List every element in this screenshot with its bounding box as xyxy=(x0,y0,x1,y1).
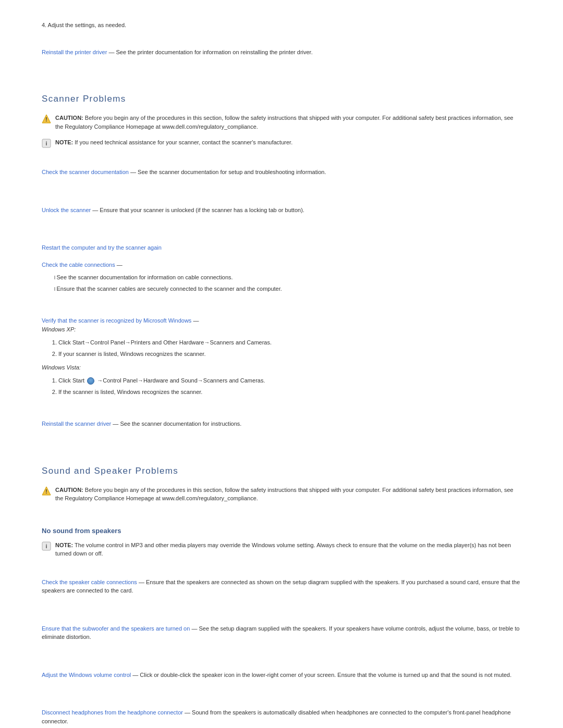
unlock-scanner-link[interactable]: Unlock the scanner xyxy=(42,207,91,213)
windows-vista-label: Windows Vista: xyxy=(42,364,81,371)
step4-item: 4. Adjust the settings, as needed. xyxy=(42,21,521,30)
reinstall-printer-text: See the printer documentation for inform… xyxy=(116,49,312,55)
check-cable-bullet-2: Ensure that the scanner cables are secur… xyxy=(54,285,521,294)
ensure-subwoofer-link[interactable]: Ensure that the subwoofer and the speake… xyxy=(42,625,190,632)
sound-caution-box: ! CAUTION: Before you begin any of the p… xyxy=(42,486,521,503)
windows-vista-steps: Click Start →Control Panel→Hardware and … xyxy=(58,376,521,397)
check-speaker-cable-line: Check the speaker cable connections — En… xyxy=(42,578,521,595)
sound-section-heading: Sound and Speaker Problems xyxy=(42,466,521,476)
sound-note-content: The volume control in MP3 and other medi… xyxy=(55,542,511,557)
adjust-volume-line: Adjust the Windows volume control — Clic… xyxy=(42,671,521,680)
windows-xp-steps: Click Start→Control Panel→Printers and O… xyxy=(58,338,521,359)
check-cable-bullet-1: See the scanner documentation for inform… xyxy=(54,273,521,282)
svg-text:!: ! xyxy=(45,117,47,122)
disconnect-headphones-line: Disconnect headphones from the headphone… xyxy=(42,708,521,725)
svg-text:!: ! xyxy=(45,489,47,495)
scanner-caution-text: CAUTION: Before you begin any of the pro… xyxy=(55,114,521,131)
reinstall-printer-line: Reinstall the printer driver — See the p… xyxy=(42,48,521,57)
unlock-scanner-text: Ensure that your scanner is unlocked (if… xyxy=(100,207,304,213)
scanner-note-text: NOTE: If you need technical assistance f… xyxy=(55,138,292,147)
check-scanner-doc-text: See the scanner documentation for setup … xyxy=(138,169,326,175)
windows-xp-label: Windows XP: xyxy=(42,326,76,332)
verify-scanner-line: Verify that the scanner is recognized by… xyxy=(42,316,521,397)
verify-scanner-link[interactable]: Verify that the scanner is recognized by… xyxy=(42,317,191,324)
reinstall-printer-link[interactable]: Reinstall the printer driver xyxy=(42,49,107,55)
no-sound-subheading: No sound from speakers xyxy=(42,527,521,535)
windows-globe-icon xyxy=(87,377,94,385)
scanner-note-label: NOTE: xyxy=(55,139,73,145)
restart-computer-link[interactable]: Restart the computer and try the scanner… xyxy=(42,244,162,251)
disconnect-headphones-link[interactable]: Disconnect headphones from the headphone… xyxy=(42,709,183,715)
check-cable-line: Check the cable connections — See the sc… xyxy=(42,261,521,294)
sound-caution-content: Before you begin any of the procedures i… xyxy=(55,487,513,502)
scanner-caution-label: CAUTION: xyxy=(55,115,83,121)
reinstall-scanner-line: Reinstall the scanner driver — See the s… xyxy=(42,419,521,428)
check-cable-link[interactable]: Check the cable connections xyxy=(42,262,115,268)
step4-text: 4. Adjust the settings, as needed. xyxy=(42,21,521,30)
svg-text:i: i xyxy=(45,543,47,549)
sound-caution-icon: ! xyxy=(42,486,51,496)
note-icon: i xyxy=(42,139,51,148)
scanner-note-content: If you need technical assistance for you… xyxy=(75,139,292,145)
scanner-caution-box: ! CAUTION: Before you begin any of the p… xyxy=(42,114,521,131)
check-speaker-cable-link[interactable]: Check the speaker cable connections xyxy=(42,579,137,585)
reinstall-scanner-text: See the scanner documentation for instru… xyxy=(120,421,241,427)
sound-note-label: NOTE: xyxy=(55,542,73,548)
ensure-subwoofer-line: Ensure that the subwoofer and the speake… xyxy=(42,624,521,641)
caution-icon: ! xyxy=(42,114,51,124)
sound-note-icon: i xyxy=(42,541,51,551)
vista-step-2: If the scanner is listed, Windows recogn… xyxy=(58,388,521,397)
sound-note-text: NOTE: The volume control in MP3 and othe… xyxy=(55,541,521,558)
reinstall-printer-dash: — xyxy=(107,49,116,55)
xp-step-2: If your scanner is listed, Windows recog… xyxy=(58,350,521,359)
xp-step-1: Click Start→Control Panel→Printers and O… xyxy=(58,338,521,348)
adjust-volume-text: Click or double-click the speaker icon i… xyxy=(140,672,511,678)
sound-caution-text: CAUTION: Before you begin any of the pro… xyxy=(55,486,521,503)
check-scanner-doc-line: Check the scanner documentation — See th… xyxy=(42,168,521,177)
unlock-scanner-line: Unlock the scanner — Ensure that your sc… xyxy=(42,206,521,215)
check-scanner-doc-link[interactable]: Check the scanner documentation xyxy=(42,169,129,175)
scanner-caution-content: Before you begin any of the procedures i… xyxy=(55,115,513,130)
svg-text:i: i xyxy=(45,140,47,146)
reinstall-scanner-link[interactable]: Reinstall the scanner driver xyxy=(42,421,111,427)
sound-note-box: i NOTE: The volume control in MP3 and ot… xyxy=(42,541,521,558)
adjust-volume-link[interactable]: Adjust the Windows volume control xyxy=(42,672,131,678)
check-cable-bullets: See the scanner documentation for inform… xyxy=(54,273,521,293)
scanner-note-box: i NOTE: If you need technical assistance… xyxy=(42,138,521,148)
sound-caution-label: CAUTION: xyxy=(55,487,83,493)
scanner-section-heading: Scanner Problems xyxy=(42,94,521,104)
restart-computer-line: Restart the computer and try the scanner… xyxy=(42,243,521,252)
vista-step-1: Click Start →Control Panel→Hardware and … xyxy=(58,376,521,386)
